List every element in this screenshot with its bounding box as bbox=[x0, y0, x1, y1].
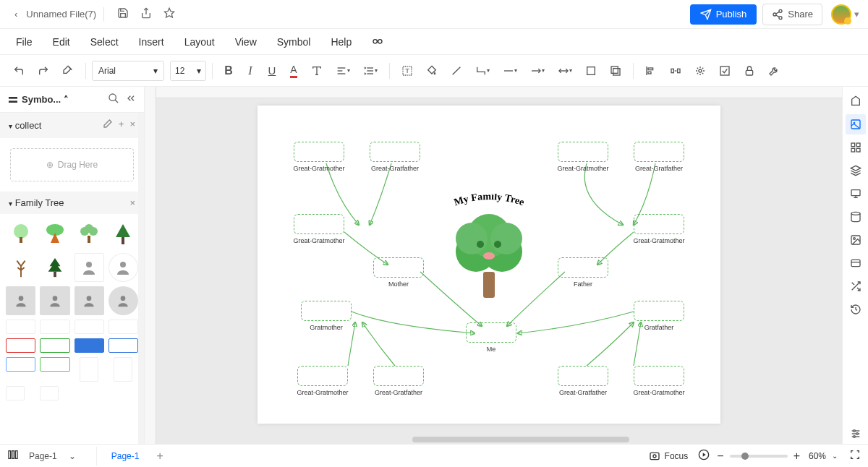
star-icon[interactable] bbox=[159, 3, 179, 25]
underline-button[interactable]: U bbox=[262, 60, 282, 82]
node-ggm2[interactable] bbox=[558, 142, 608, 162]
zoom-in-button[interactable]: + bbox=[793, 450, 800, 463]
menu-help[interactable]: Help bbox=[320, 33, 362, 51]
canvas-viewport[interactable]: My Family Tree Great-GratmotherGreat-Gra… bbox=[156, 98, 842, 444]
symbol-id-3[interactable] bbox=[75, 320, 104, 334]
save-icon[interactable] bbox=[113, 3, 133, 25]
rail-settings-icon[interactable] bbox=[846, 424, 866, 444]
outline-view-icon[interactable] bbox=[7, 449, 19, 463]
menu-file[interactable]: File bbox=[6, 33, 43, 51]
node-ggf1[interactable] bbox=[370, 142, 420, 162]
symbol-id-red[interactable] bbox=[6, 338, 35, 353]
symbol-id-blue2[interactable] bbox=[109, 338, 138, 353]
add-icon[interactable]: + bbox=[119, 119, 124, 132]
back-button[interactable]: ‹ bbox=[9, 6, 23, 22]
rail-layers-icon[interactable] bbox=[846, 160, 866, 181]
rail-present-icon[interactable] bbox=[846, 184, 866, 204]
close-icon[interactable]: × bbox=[129, 197, 135, 208]
menu-select[interactable]: Select bbox=[80, 33, 129, 51]
symbol-tree-2[interactable] bbox=[40, 220, 69, 249]
undo-button[interactable] bbox=[7, 60, 30, 82]
symbol-id-small2[interactable] bbox=[40, 386, 59, 400]
edit-icon[interactable] bbox=[101, 119, 113, 132]
node-ggf3[interactable] bbox=[373, 366, 424, 386]
line-weight-button[interactable]: ▾ bbox=[497, 60, 523, 82]
text-highlight-button[interactable] bbox=[305, 60, 328, 82]
page-select[interactable]: Page-1⌄ bbox=[23, 448, 82, 464]
rail-history-icon[interactable] bbox=[846, 299, 866, 320]
menu-layout[interactable]: Layout bbox=[174, 33, 225, 51]
symbol-id-4[interactable] bbox=[109, 320, 138, 334]
symbol-id-small1[interactable] bbox=[6, 386, 25, 400]
left-panel-scrollbar[interactable] bbox=[138, 113, 144, 444]
font-color-button[interactable]: A bbox=[284, 60, 304, 82]
arrow-style-button[interactable]: ▾ bbox=[552, 60, 578, 82]
fullscreen-icon[interactable] bbox=[849, 449, 861, 463]
menu-insert[interactable]: Insert bbox=[129, 33, 174, 51]
symbol-id-2[interactable] bbox=[40, 320, 69, 334]
text-tool-button[interactable]: T bbox=[396, 60, 419, 82]
zoom-value[interactable]: 60% bbox=[809, 451, 826, 461]
symbol-id-tall2[interactable] bbox=[114, 357, 132, 382]
symbol-id-1[interactable] bbox=[6, 320, 35, 334]
symbol-card-3[interactable] bbox=[75, 286, 104, 315]
node-me[interactable] bbox=[466, 322, 516, 343]
format-painter-button[interactable] bbox=[56, 60, 80, 82]
group-button[interactable] bbox=[689, 60, 712, 82]
drag-here-zone[interactable]: ⊕ Drag Here bbox=[10, 148, 134, 181]
distribute-button[interactable] bbox=[664, 60, 687, 82]
file-name[interactable]: Unnamed File(7) bbox=[26, 9, 96, 20]
search-icon[interactable] bbox=[108, 93, 119, 106]
zoom-caret[interactable]: ⌄ bbox=[832, 452, 838, 460]
italic-button[interactable]: I bbox=[240, 60, 260, 82]
symbol-id-lightblue[interactable] bbox=[6, 357, 35, 372]
node-gratmother[interactable] bbox=[301, 301, 352, 321]
align-objects-button[interactable] bbox=[639, 60, 663, 82]
connector-style-button[interactable]: ▾ bbox=[469, 60, 495, 82]
share-button[interactable]: Share bbox=[762, 4, 822, 25]
section-collect-header[interactable]: ▾ collect + × bbox=[0, 113, 144, 138]
shape-shadow-button[interactable] bbox=[604, 60, 627, 82]
menu-view[interactable]: View bbox=[225, 33, 267, 51]
align-button[interactable]: ▾ bbox=[330, 60, 356, 82]
symbol-id-lightgreen[interactable] bbox=[40, 357, 69, 372]
line-spacing-button[interactable]: ▾ bbox=[357, 60, 383, 82]
zoom-slider[interactable] bbox=[730, 455, 788, 458]
avatar[interactable] bbox=[831, 4, 851, 25]
rail-properties-icon[interactable] bbox=[846, 114, 866, 134]
symbol-bare-tree[interactable] bbox=[6, 253, 35, 282]
node-gratfather[interactable] bbox=[634, 301, 684, 321]
line-color-button[interactable] bbox=[445, 60, 468, 82]
symbol-tree-4[interactable] bbox=[109, 220, 138, 249]
page-tab-1[interactable]: Page-1 bbox=[106, 448, 145, 464]
symbol-card-2[interactable] bbox=[40, 286, 69, 315]
node-mother[interactable] bbox=[373, 257, 424, 278]
avatar-menu-caret[interactable]: ▾ bbox=[854, 9, 859, 20]
symbol-id-green[interactable] bbox=[40, 338, 69, 353]
canvas-scrollbar-h[interactable] bbox=[156, 435, 842, 444]
shape-outline-button[interactable] bbox=[579, 60, 603, 82]
symbol-tree-1[interactable] bbox=[6, 220, 35, 249]
node-ggm3[interactable] bbox=[297, 366, 348, 386]
section-family-tree-header[interactable]: ▾ Family Tree × bbox=[0, 192, 144, 214]
symbol-id-tall1[interactable] bbox=[80, 357, 98, 382]
menu-symbol[interactable]: Symbol bbox=[267, 33, 321, 51]
play-icon[interactable] bbox=[698, 449, 710, 463]
redo-button[interactable] bbox=[32, 60, 55, 82]
fill-button[interactable] bbox=[420, 60, 443, 82]
collapse-panel-icon[interactable] bbox=[125, 93, 137, 106]
lock-button[interactable] bbox=[738, 60, 761, 82]
rail-data-icon[interactable] bbox=[846, 207, 866, 227]
rail-style-icon[interactable] bbox=[846, 91, 866, 111]
close-icon[interactable]: × bbox=[129, 119, 135, 132]
menu-glasses-icon[interactable] bbox=[362, 32, 393, 51]
zoom-out-button[interactable]: − bbox=[717, 450, 723, 463]
tools-button[interactable] bbox=[762, 60, 786, 82]
export-icon[interactable] bbox=[136, 3, 156, 25]
node-gm_l[interactable] bbox=[294, 214, 344, 234]
node-ggm1[interactable] bbox=[294, 142, 344, 162]
node-ggf4[interactable] bbox=[558, 366, 608, 386]
node-father[interactable] bbox=[558, 257, 608, 278]
node-ggf2[interactable] bbox=[634, 142, 684, 162]
rail-shuffle-icon[interactable] bbox=[846, 276, 866, 296]
